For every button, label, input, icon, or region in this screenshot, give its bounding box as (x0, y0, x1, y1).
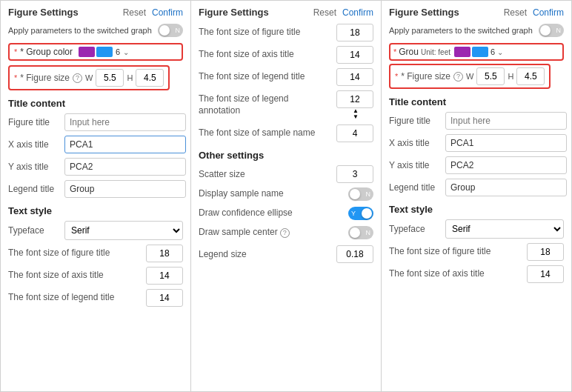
p2-font-fig-row: The font size of figure title (199, 24, 373, 41)
panel-3-actions: Reset Confirm (504, 7, 564, 18)
toggle-label-n: N (176, 27, 181, 34)
p2-font-legend-row: The font size of legend title (199, 68, 373, 86)
toggle-knob-2 (350, 189, 360, 199)
spinner-down-icon[interactable]: ▼ (353, 114, 359, 120)
p3-y-axis-label: Y axis title (389, 160, 441, 170)
p3-font-axis-label: The font size of axis title (389, 268, 522, 280)
panel-2-header: Figure Settings Reset Confirm (199, 7, 373, 18)
draw-conf-row: Draw confidence ellipse Y (199, 207, 373, 220)
p2-font-legend-input[interactable] (336, 68, 373, 86)
p2-font-annot-row: The font size of legend annotation ▲ ▼ (199, 90, 373, 120)
p3-group-color-row[interactable]: * Grou Unit: feet 6 ⌄ (389, 43, 564, 61)
p3-apply-params-label: Apply parameters to the switched graph (389, 25, 534, 36)
y-axis-input[interactable] (64, 158, 186, 176)
p3-y-axis-input[interactable] (445, 156, 567, 174)
p3-group-label: Grou (399, 47, 419, 57)
font-legend-input[interactable] (146, 289, 183, 307)
draw-center-label-group: Draw sample center ? (199, 227, 348, 239)
draw-center-help-icon[interactable]: ? (280, 228, 290, 238)
p3-figure-size-w-input[interactable] (476, 67, 505, 85)
font-axis-label: The font size of axis title (8, 270, 142, 282)
p3-figure-size-h-input[interactable] (516, 67, 545, 85)
p3-legend-title-label: Legend title (389, 182, 441, 193)
figure-size-h-input[interactable] (136, 69, 164, 87)
p2-font-sample-input[interactable] (336, 124, 373, 142)
draw-center-toggle[interactable]: N (348, 226, 373, 239)
p3-chevron-down-icon: ⌄ (497, 48, 503, 56)
panel-3-reset-button[interactable]: Reset (504, 7, 527, 18)
p2-font-legend-label: The font size of legend title (199, 71, 332, 83)
typeface-label: Typeface (8, 225, 60, 236)
toggle-label-y: Y (351, 210, 356, 217)
x-axis-input[interactable] (64, 136, 186, 153)
toggle-label-n2: N (366, 190, 371, 198)
figure-size-label: * Figure size (20, 73, 70, 83)
p3-title-content-section: Title content (389, 96, 564, 107)
p3-x-axis-input[interactable] (445, 134, 567, 152)
x-axis-label: X axis title (8, 139, 60, 150)
legend-size-input[interactable] (336, 245, 373, 263)
p3-figure-size-wrapper: * * Figure size ? W H (389, 64, 564, 89)
text-style-section: Text style (8, 205, 183, 216)
panel-2-reset-button[interactable]: Reset (313, 7, 336, 18)
p3-font-axis-row: The font size of axis title (389, 265, 564, 283)
p2-font-annot-label: The font size of legend annotation (199, 93, 332, 116)
p3-font-fig-input[interactable] (527, 243, 564, 261)
panel-2-confirm-button[interactable]: Confirm (342, 7, 373, 18)
p3-required-star: * (393, 47, 396, 56)
display-sample-row: Display sample name N (199, 187, 373, 201)
p2-font-annot-input[interactable] (336, 90, 373, 108)
help-icon[interactable]: ? (73, 73, 82, 83)
figure-size-wrapper: * * Figure size ? W H (8, 65, 183, 90)
font-axis-input[interactable] (146, 267, 183, 285)
panel-1-reset-button[interactable]: Reset (123, 7, 146, 18)
p3-required-star-2: * (395, 72, 398, 81)
p3-typeface-select[interactable]: Serif (445, 219, 564, 239)
p3-figure-title-input[interactable] (445, 112, 567, 130)
toggle-knob (159, 25, 170, 36)
scatter-size-label: Scatter size (199, 169, 332, 179)
font-legend-label: The font size of legend title (8, 292, 142, 304)
panel-1-title: Figure Settings (8, 7, 79, 18)
apply-params-toggle[interactable]: N (158, 24, 183, 37)
toggle-knob-3 (362, 208, 372, 219)
p3-figure-size-row: * * Figure size ? W H (389, 64, 551, 89)
p2-font-fig-label: The font size of figure title (199, 27, 332, 39)
font-fig-input[interactable] (146, 245, 183, 262)
figure-size-w-input[interactable] (96, 69, 124, 87)
group-color-label: * Group color (20, 47, 73, 57)
panel-1-actions: Reset Confirm (123, 7, 183, 18)
p3-font-axis-input[interactable] (527, 265, 564, 283)
panel-2: Figure Settings Reset Confirm The font s… (191, 0, 382, 392)
panel-2-title: Figure Settings (199, 7, 269, 18)
scatter-size-input[interactable] (336, 165, 373, 183)
legend-title-row: Legend title (8, 180, 183, 198)
draw-conf-toggle[interactable]: Y (348, 207, 373, 220)
p3-apply-params-toggle[interactable]: N (539, 24, 564, 37)
scatter-size-row: Scatter size (199, 165, 373, 183)
p3-help-icon[interactable]: ? (453, 72, 463, 82)
typeface-select[interactable]: Serif (64, 221, 183, 240)
panel-3-confirm-button[interactable]: Confirm (533, 7, 564, 18)
font-legend-row: The font size of legend title (8, 289, 183, 307)
p2-font-fig-input[interactable] (336, 24, 373, 41)
group-color-num: 6 (116, 47, 120, 56)
display-sample-toggle[interactable]: N (348, 187, 373, 201)
p3-toggle-knob (540, 25, 551, 36)
p3-typeface-row: Typeface Serif (389, 219, 564, 239)
group-color-row[interactable]: * * Group color 6 ⌄ (8, 43, 183, 61)
figure-title-input[interactable] (64, 113, 186, 131)
p3-x-axis-label: X axis title (389, 138, 441, 148)
apply-params-row: Apply parameters to the switched graph N (8, 24, 183, 37)
other-settings-section: Other settings (199, 150, 373, 161)
p3-legend-title-input[interactable] (445, 179, 567, 196)
draw-center-row: Draw sample center ? N (199, 226, 373, 239)
required-star-2: * (14, 73, 17, 82)
required-star: * (14, 47, 17, 56)
legend-title-input[interactable] (64, 180, 186, 198)
panel-1-confirm-button[interactable]: Confirm (152, 7, 183, 18)
typeface-row: Typeface Serif (8, 221, 183, 240)
p2-font-axis-input[interactable] (336, 46, 373, 64)
p2-font-axis-label: The font size of axis title (199, 49, 332, 61)
font-fig-label: The font size of figure title (8, 248, 142, 259)
